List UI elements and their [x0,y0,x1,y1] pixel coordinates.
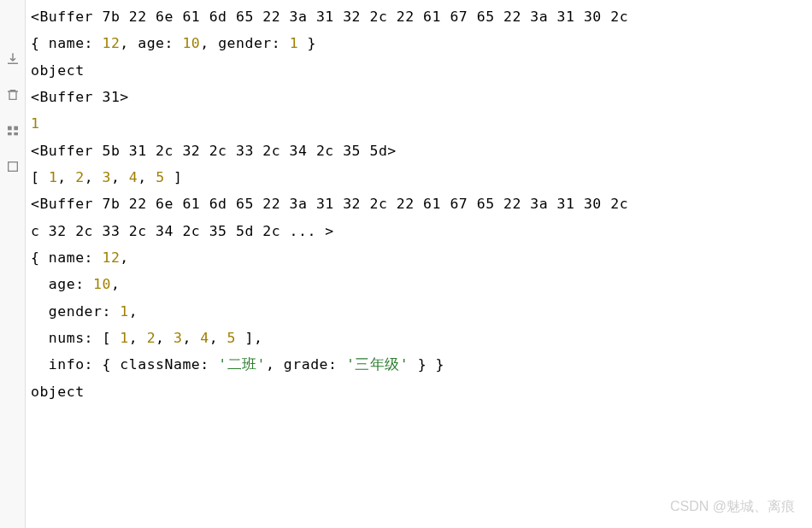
svg-rect-4 [8,162,17,172]
trash-icon[interactable] [5,87,21,103]
panel-icon[interactable] [5,123,21,138]
svg-rect-0 [8,126,12,131]
console-output: <Buffer 7b 22 6e 61 6d 65 22 3a 31 32 2c… [26,0,812,528]
array-output: [ 1, 2, 3, 4, 5 ] [31,164,807,191]
object-line: gender: 1, [31,298,807,325]
svg-rect-2 [8,132,12,135]
buffer-line: <Buffer 31> [31,84,807,110]
buffer-line: <Buffer 5b 31 2c 32 2c 33 2c 34 2c 35 5d… [31,138,807,164]
object-line: nums: [ 1, 2, 3, 4, 5 ], [31,325,807,351]
svg-rect-3 [14,132,18,135]
expand-icon[interactable] [5,159,21,174]
buffer-line: <Buffer 7b 22 6e 61 6d 65 22 3a 31 32 2c… [31,191,807,217]
sidebar [0,0,26,528]
buffer-line: <Buffer 7b 22 6e 61 6d 65 22 3a 31 32 2c… [31,3,807,30]
buffer-continuation: c 32 2c 33 2c 34 2c 35 5d 2c ... > [31,218,807,244]
svg-rect-1 [14,126,18,131]
object-line: info: { className: '二班', grade: '三年级' } … [31,351,807,378]
object-literal: { name: 12, age: 10, gender: 1 } [31,30,807,56]
type-output: object [31,378,807,405]
object-line: { name: 12, [31,244,807,271]
type-output: object [31,57,807,84]
object-line: age: 10, [31,271,807,297]
number-output: 1 [31,110,807,137]
download-icon[interactable] [5,51,21,67]
